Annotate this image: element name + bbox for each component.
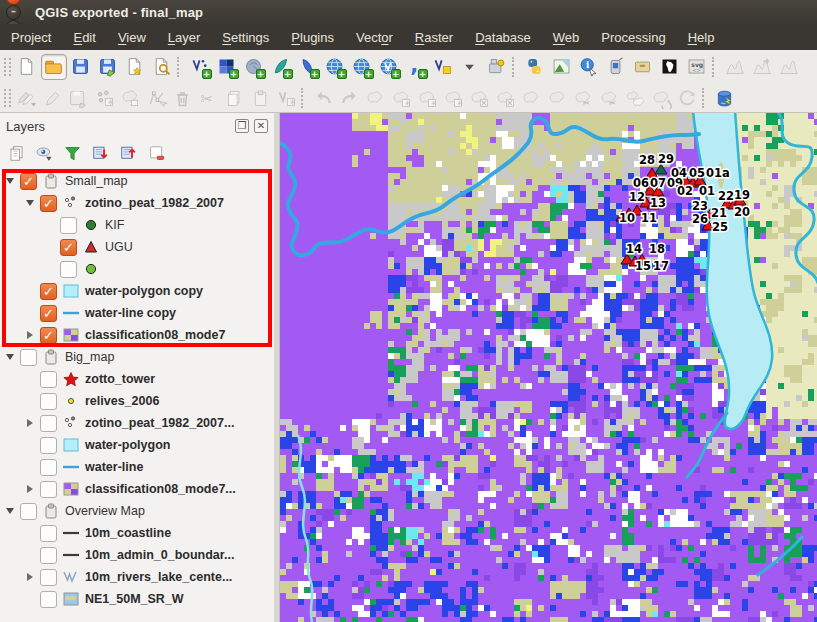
menu-item-help[interactable]: Help: [677, 26, 726, 49]
remove-layer-button[interactable]: [144, 141, 168, 165]
visibility-checkbox[interactable]: [40, 459, 57, 476]
visibility-checkbox[interactable]: [20, 349, 37, 366]
layer-row-zotino-peat-1982-2007[interactable]: zotino_peat_1982_2007...: [0, 412, 274, 434]
map-canvas[interactable]: 2829040501a06070902011213221923212010112…: [280, 113, 817, 622]
visibility-checkbox[interactable]: [40, 437, 57, 454]
expander-open-icon[interactable]: [3, 350, 17, 364]
layer-row-water-line-copy[interactable]: ✓water-line copy: [0, 302, 274, 324]
visibility-checkbox[interactable]: [40, 415, 57, 432]
add-mssql-layer-button[interactable]: +: [295, 54, 321, 80]
visibility-checkbox[interactable]: ✓: [40, 305, 57, 322]
layer-row-zotino-peat-1982-2007[interactable]: ✓zotino_peat_1982_2007: [0, 192, 274, 214]
menu-item-database[interactable]: Database: [464, 26, 542, 49]
add-oracle-georaster-button[interactable]: [484, 54, 510, 80]
expand-all-button[interactable]: [88, 141, 112, 165]
offline-editing-button[interactable]: [630, 54, 656, 80]
expander-closed-icon[interactable]: [23, 328, 37, 342]
close-panel-button[interactable]: ✕: [254, 119, 268, 133]
add-delimited-text-layer-button[interactable]: +: [403, 54, 429, 80]
float-panel-button[interactable]: ❐: [235, 119, 249, 133]
visibility-checkbox[interactable]: [40, 371, 57, 388]
shapefile-dropdown-button[interactable]: [457, 54, 483, 80]
visibility-checkbox[interactable]: ✓: [40, 283, 57, 300]
identify-features-button[interactable]: [576, 54, 602, 80]
open-project-button[interactable]: [41, 54, 67, 80]
group-row-small-map[interactable]: ✓Small_map: [0, 170, 274, 192]
expander-open-icon[interactable]: [3, 504, 17, 518]
minimize-button[interactable]: –: [6, 5, 21, 20]
add-wcs-layer-button[interactable]: +: [349, 54, 375, 80]
layer-row-water-polygon[interactable]: water-polygon: [0, 434, 274, 456]
toolbar-grip[interactable]: [4, 89, 11, 107]
db-manager-button[interactable]: [712, 86, 737, 110]
group-row-big-map[interactable]: Big_map: [0, 346, 274, 368]
group-row-overview-map[interactable]: Overview Map: [0, 500, 274, 522]
visibility-checkbox[interactable]: [40, 525, 57, 542]
visibility-checkbox[interactable]: ✓: [40, 327, 57, 344]
layer-row-10m-coastline[interactable]: 10m_coastline: [0, 522, 274, 544]
menu-item-layer[interactable]: Layer: [157, 26, 212, 49]
python-console-button[interactable]: [522, 54, 548, 80]
add-spatialite-layer-button[interactable]: +: [268, 54, 294, 80]
new-print-composer-button[interactable]: [122, 54, 148, 80]
manage-map-themes-button[interactable]: [32, 141, 56, 165]
openlayers-plugin-button[interactable]: [549, 54, 575, 80]
expander-closed-icon[interactable]: [23, 482, 37, 496]
expander-closed-icon[interactable]: [23, 416, 37, 430]
collapse-all-button[interactable]: [116, 141, 140, 165]
toolbar-grip[interactable]: [4, 58, 11, 76]
filter-legend-button[interactable]: [60, 141, 84, 165]
open-project-icon: [43, 56, 64, 77]
open-layer-styling-button[interactable]: [4, 141, 28, 165]
composer-manager-button[interactable]: [149, 54, 175, 80]
africa-plugin-button[interactable]: [657, 54, 683, 80]
expander-closed-icon[interactable]: [23, 570, 37, 584]
visibility-checkbox[interactable]: [40, 547, 57, 564]
layer-row-10m-rivers-lake-cente[interactable]: 10m_rivers_lake_cente...: [0, 566, 274, 588]
visibility-checkbox[interactable]: [40, 591, 57, 608]
layer-row-classification08-mode7[interactable]: ✓classification08_mode7: [0, 324, 274, 346]
expander-open-icon[interactable]: [23, 196, 37, 210]
legend-row-kif[interactable]: KIF: [0, 214, 274, 236]
visibility-checkbox[interactable]: [40, 569, 57, 586]
menu-item-edit[interactable]: Edit: [62, 26, 106, 49]
layer-row-relives-2006[interactable]: relives_2006: [0, 390, 274, 412]
menu-item-processing[interactable]: Processing: [590, 26, 676, 49]
menu-item-web[interactable]: Web: [542, 26, 591, 49]
visibility-checkbox[interactable]: [40, 481, 57, 498]
layer-row-ne1-50m-sr-w[interactable]: NE1_50M_SR_W: [0, 588, 274, 610]
add-raster-layer-button[interactable]: +: [214, 54, 240, 80]
save-project-button[interactable]: [68, 54, 94, 80]
layer-row-classification08-mode7[interactable]: classification08_mode7...: [0, 478, 274, 500]
menu-item-view[interactable]: View: [107, 26, 157, 49]
save-project-as-button[interactable]: [95, 54, 121, 80]
layer-row-zotto-tower[interactable]: zotto_tower: [0, 368, 274, 390]
close-button[interactable]: ×: [6, 0, 21, 5]
visibility-checkbox[interactable]: ✓: [40, 195, 57, 212]
visibility-checkbox[interactable]: [60, 217, 77, 234]
new-project-button[interactable]: [14, 54, 40, 80]
menu-item-raster[interactable]: Raster: [404, 26, 464, 49]
menu-item-project[interactable]: Project: [0, 26, 62, 49]
menu-item-plugins[interactable]: Plugins: [280, 26, 345, 49]
layer-row-10m-admin-0-boundar[interactable]: 10m_admin_0_boundar...: [0, 544, 274, 566]
visibility-checkbox[interactable]: [60, 261, 77, 278]
legend-row-ugu[interactable]: ✓UGU: [0, 236, 274, 258]
svg-annotation-button[interactable]: [684, 54, 710, 80]
new-shapefile-layer-button[interactable]: [430, 54, 456, 80]
add-postgis-layer-button[interactable]: +: [241, 54, 267, 80]
add-vector-layer-button[interactable]: +: [187, 54, 213, 80]
menu-item-settings[interactable]: Settings: [211, 26, 280, 49]
add-wms-layer-button[interactable]: +: [322, 54, 348, 80]
legend-row-unnamed-legend[interactable]: [0, 258, 274, 280]
add-wfs-layer-button[interactable]: +: [376, 54, 402, 80]
menu-item-vector[interactable]: Vector: [345, 26, 404, 49]
layer-row-water-polygon-copy[interactable]: ✓water-polygon copy: [0, 280, 274, 302]
expander-open-icon[interactable]: [3, 174, 17, 188]
gps-tools-button[interactable]: [603, 54, 629, 80]
visibility-checkbox[interactable]: ✓: [60, 239, 77, 256]
layer-row-water-line[interactable]: water-line: [0, 456, 274, 478]
visibility-checkbox[interactable]: [20, 503, 37, 520]
visibility-checkbox[interactable]: [40, 393, 57, 410]
visibility-checkbox[interactable]: ✓: [20, 173, 37, 190]
